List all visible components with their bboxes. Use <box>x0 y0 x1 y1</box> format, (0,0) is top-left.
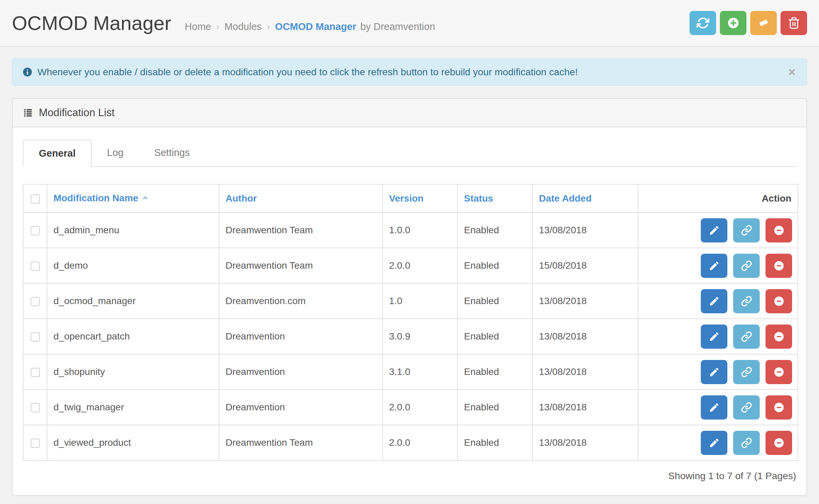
table-row: d_ocmod_manager Dreamvention.com 1.0 Ena… <box>23 283 798 319</box>
modification-name-cell: d_viewed_product <box>47 425 219 460</box>
header-toolbar <box>690 11 807 35</box>
breadcrumb-separator: › <box>267 22 270 32</box>
tab-bar: General Log Settings <box>23 139 796 167</box>
row-checkbox[interactable] <box>31 439 40 448</box>
author-cell: Dreamwention Team <box>219 248 383 283</box>
link-button[interactable] <box>733 289 760 313</box>
row-checkbox[interactable] <box>31 262 40 271</box>
delete-button[interactable] <box>781 11 807 35</box>
link-icon <box>741 366 752 378</box>
breadcrumb-home[interactable]: Home <box>185 21 211 32</box>
breadcrumb-current[interactable]: OCMOD Manager <box>275 21 356 32</box>
panel-title: Modification List <box>39 107 114 119</box>
link-button[interactable] <box>733 360 760 384</box>
minus-circle-icon <box>773 225 785 236</box>
disable-button[interactable] <box>766 218 792 242</box>
sort-header-modification-name[interactable]: Modification Name <box>47 184 219 212</box>
breadcrumb-modules[interactable]: Modules <box>225 21 262 32</box>
alert-close-button[interactable]: × <box>787 66 797 78</box>
link-button[interactable] <box>733 431 760 455</box>
minus-circle-icon <box>773 296 785 307</box>
panel-heading: Modification List <box>13 99 806 127</box>
modification-name-cell: d_ocmod_manager <box>47 283 219 319</box>
trash-icon <box>788 17 800 29</box>
refresh-button[interactable] <box>690 11 716 35</box>
sort-header-date-added[interactable]: Date Added <box>532 184 638 212</box>
sort-header-author[interactable]: Author <box>219 184 383 212</box>
tab-general[interactable]: General <box>23 140 92 167</box>
date-added-cell: 13/08/2018 <box>532 283 638 319</box>
list-icon <box>23 108 33 118</box>
modification-name-cell: d_admin_menu <box>47 212 219 248</box>
disable-button[interactable] <box>766 325 792 349</box>
pencil-icon <box>709 331 720 342</box>
sort-header-version[interactable]: Version <box>383 184 458 212</box>
minus-circle-icon <box>773 437 785 448</box>
disable-button[interactable] <box>766 360 792 384</box>
author-cell: Dreamvention.com <box>219 283 383 319</box>
action-header: Action <box>638 184 798 212</box>
version-cell: 1.0 <box>383 283 458 319</box>
link-button[interactable] <box>733 218 760 242</box>
disable-button[interactable] <box>766 431 792 455</box>
date-added-cell: 13/08/2018 <box>532 425 638 460</box>
edit-button[interactable] <box>701 218 727 242</box>
status-cell: Enabled <box>458 212 532 248</box>
breadcrumb: Home › Modules › OCMOD Manager by Dreamv… <box>185 21 435 32</box>
status-cell: Enabled <box>458 425 532 460</box>
edit-button[interactable] <box>701 289 727 313</box>
pencil-icon <box>709 225 720 236</box>
link-icon <box>741 331 752 342</box>
disable-button[interactable] <box>766 254 792 278</box>
table-row: d_opencart_patch Dreamvention 3.0.9 Enab… <box>23 319 798 354</box>
edit-button[interactable] <box>701 395 727 420</box>
info-circle-icon <box>22 67 33 77</box>
status-cell: Enabled <box>458 248 532 283</box>
minus-circle-icon <box>773 402 785 413</box>
sort-asc-icon <box>142 193 149 204</box>
link-icon <box>741 296 752 307</box>
edit-button[interactable] <box>701 431 727 455</box>
author-cell: Dreamvention <box>219 319 383 354</box>
row-checkbox[interactable] <box>31 368 40 377</box>
tab-settings[interactable]: Settings <box>139 139 205 166</box>
pagination-status: Showing 1 to 7 of 7 (1 Pages) <box>23 470 796 482</box>
date-added-cell: 13/08/2018 <box>532 212 638 248</box>
version-cell: 2.0.0 <box>383 425 458 460</box>
select-all-checkbox[interactable] <box>31 194 40 204</box>
date-added-cell: 13/08/2018 <box>532 354 638 390</box>
edit-button[interactable] <box>701 360 727 384</box>
add-button[interactable] <box>720 11 746 35</box>
minus-circle-icon <box>773 260 785 271</box>
clear-button[interactable] <box>750 11 777 35</box>
modification-table-wrap: Modification Name Author Version Status … <box>23 184 796 461</box>
row-checkbox[interactable] <box>31 403 40 412</box>
link-button[interactable] <box>733 325 760 349</box>
disable-button[interactable] <box>766 395 792 420</box>
edit-button[interactable] <box>701 254 727 278</box>
modification-name-cell: d_demo <box>47 248 219 283</box>
date-added-cell: 15/08/2018 <box>532 248 638 283</box>
pencil-icon <box>709 402 720 413</box>
sort-header-status[interactable]: Status <box>458 184 532 212</box>
table-row: d_twig_manager Dreamvention 2.0.0 Enable… <box>23 390 798 425</box>
refresh-icon <box>697 17 709 29</box>
row-checkbox[interactable] <box>31 332 40 342</box>
modification-name-cell: d_shopunity <box>47 354 219 390</box>
header-left: OCMOD Manager Home › Modules › OCMOD Man… <box>12 12 690 34</box>
table-row: d_viewed_product Dreamwention Team 2.0.0… <box>23 425 798 460</box>
link-icon <box>741 402 752 413</box>
edit-button[interactable] <box>701 325 727 349</box>
row-checkbox[interactable] <box>31 226 40 235</box>
modification-name-cell: d_twig_manager <box>47 390 219 425</box>
version-cell: 3.1.0 <box>383 354 458 390</box>
link-button[interactable] <box>733 395 760 420</box>
disable-button[interactable] <box>766 289 792 313</box>
link-button[interactable] <box>733 254 760 278</box>
version-cell: 1.0.0 <box>383 212 458 248</box>
pencil-icon <box>709 437 720 448</box>
row-checkbox[interactable] <box>31 297 40 306</box>
date-added-cell: 13/08/2018 <box>532 390 638 425</box>
author-cell: Dreamwention Team <box>219 425 383 460</box>
tab-log[interactable]: Log <box>92 139 139 166</box>
